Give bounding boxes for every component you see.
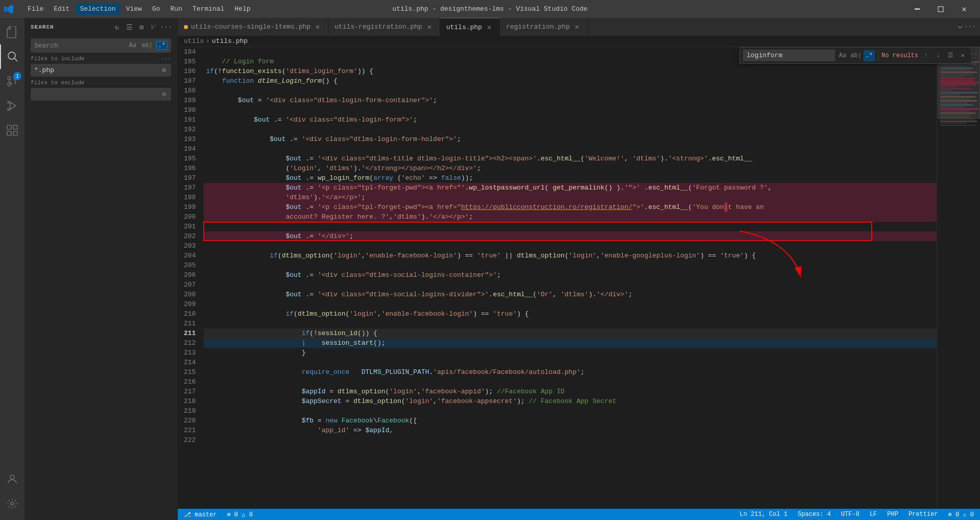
encoding[interactable]: UTF-8	[839, 511, 862, 518]
menu-view[interactable]: View	[122, 3, 146, 15]
activity-extensions[interactable]	[0, 118, 25, 143]
find-results: No results	[881, 52, 918, 59]
branch-indicator[interactable]: ⎇ master	[182, 511, 219, 518]
open-in-editor-button[interactable]: ⊞	[136, 22, 147, 32]
match-case-button[interactable]: Aa	[128, 41, 138, 50]
notifications[interactable]: ⊗ 0 ⚠ 0	[946, 511, 976, 518]
activity-run[interactable]	[0, 93, 25, 118]
window-controls: ━ ✕	[905, 0, 976, 18]
status-bar-right: Ln 211, Col 1 Spaces: 4 UTF-8 LF PHP Pre…	[737, 511, 976, 518]
window-title: utils.php - designthemes-lms - Visual St…	[392, 5, 587, 13]
language-mode[interactable]: PHP	[885, 511, 900, 518]
activity-explorer[interactable]	[0, 20, 25, 44]
tab-close-3[interactable]: ✕	[573, 23, 581, 31]
line-numbers: 184 185 186 187 188 189 190 191 192 193 …	[178, 47, 204, 509]
line-num-212: 212	[184, 338, 196, 348]
line-num-193: 193	[184, 134, 196, 144]
close-find-button[interactable]: ✕	[957, 50, 968, 61]
find-more-button[interactable]: ☰	[945, 50, 956, 61]
tab-overflow[interactable]: ···	[952, 18, 980, 36]
line-num-204: 204	[184, 251, 196, 261]
menu-go[interactable]: Go	[148, 3, 164, 15]
close-button[interactable]: ✕	[952, 0, 976, 18]
code-line-211	[204, 319, 970, 328]
refresh-button[interactable]: ↻	[112, 22, 122, 32]
tab-close-0[interactable]: ✕	[314, 23, 322, 31]
more-options[interactable]: ···	[161, 56, 171, 62]
toggle-search-details[interactable]: ⊞	[161, 66, 168, 75]
regex-find-button[interactable]: .*	[864, 50, 875, 61]
svg-marker-6	[10, 102, 16, 109]
tab-3[interactable]: registration.php ✕	[500, 18, 588, 36]
tab-close-2[interactable]: ✕	[485, 23, 493, 31]
line-num-220: 220	[184, 416, 196, 426]
tab-1[interactable]: utils-registration.php ✕	[328, 18, 440, 36]
line-endings[interactable]: LF	[868, 511, 879, 518]
more-actions-button[interactable]: ···	[161, 22, 171, 32]
activity-settings[interactable]	[0, 491, 25, 516]
code-line-221: 'app_id' => $appId,	[204, 426, 970, 435]
code-line-199: $out .= '<p class="tpl-forget-pwd"><a hr…	[204, 202, 970, 212]
tab-close-1[interactable]: ✕	[425, 23, 434, 31]
menu-selection[interactable]: Selection	[76, 3, 119, 15]
tab-modified-dot	[184, 25, 188, 29]
clear-results-button[interactable]: ☰	[124, 22, 134, 32]
match-whole-word-button[interactable]: ab|	[140, 41, 154, 50]
files-to-include-section: files to include ··· ⊞	[31, 56, 171, 77]
svg-point-1	[8, 52, 15, 59]
files-to-exclude-section: files to exclude ⚙	[31, 80, 171, 101]
code-line-211b: if(!session_id()) {	[204, 328, 970, 338]
find-previous-button[interactable]: ↑	[920, 50, 931, 61]
vscode-icon	[4, 5, 13, 14]
files-to-include-input[interactable]	[34, 66, 159, 74]
minimap-content	[937, 47, 980, 509]
breadcrumb-part-0[interactable]: utils	[184, 37, 204, 45]
search-input[interactable]	[34, 42, 126, 50]
menu-help[interactable]: Help	[230, 3, 254, 15]
code-editor[interactable]: Aa ab| .* No results ↑ ↓ ☰ ✕ 184 185 186	[178, 47, 980, 509]
menu-file[interactable]: File	[23, 3, 47, 15]
indentation[interactable]: Spaces: 4	[796, 511, 833, 518]
activity-account[interactable]	[0, 467, 25, 491]
files-to-exclude-input[interactable]	[34, 90, 159, 98]
breadcrumb-part-1[interactable]: utils.php	[212, 37, 248, 45]
match-case-find-button[interactable]: Aa	[837, 50, 848, 61]
error-warning-indicator[interactable]: ⊗ 0 △ 0	[225, 511, 254, 518]
code-line-205	[204, 261, 970, 270]
maximize-button[interactable]	[929, 0, 952, 18]
menu-edit[interactable]: Edit	[50, 3, 74, 15]
menu-run[interactable]: Run	[166, 3, 186, 15]
use-regex-button[interactable]: .*	[156, 41, 168, 50]
svg-line-2	[15, 59, 18, 62]
cursor-position[interactable]: Ln 211, Col 1	[737, 511, 790, 518]
title-bar: File Edit Selection View Go Run Terminal…	[0, 0, 980, 18]
menu-terminal[interactable]: Terminal	[188, 3, 228, 15]
tab-2[interactable]: utils.php ✕	[440, 18, 500, 36]
title-bar-left: File Edit Selection View Go Run Terminal…	[4, 3, 255, 15]
find-navigation: ↑ ↓ ☰ ✕	[920, 50, 968, 61]
line-num-184: 184	[184, 47, 196, 57]
svg-point-7	[8, 101, 10, 103]
code-line-189: $out = '<div class="dtlms-login-form-con…	[204, 96, 970, 105]
tab-0[interactable]: utils-courses-single-items.php ✕	[178, 18, 328, 36]
use-exclude-settings[interactable]: ⚙	[161, 90, 168, 99]
formatter[interactable]: Prettier	[906, 511, 940, 518]
svg-rect-9	[7, 125, 11, 129]
find-next-button[interactable]: ↓	[933, 50, 944, 61]
collapse-all-button[interactable]: ⩗	[149, 22, 159, 32]
line-num-217: 217	[184, 387, 196, 396]
minimize-button[interactable]: ━	[905, 0, 929, 18]
code-line-218: $appSecret = dtlms_option('login','faceb…	[204, 396, 970, 406]
code-line-190	[204, 105, 970, 115]
activity-source-control[interactable]: 1	[0, 69, 25, 93]
line-num-216: 216	[184, 377, 196, 387]
whole-word-find-button[interactable]: ab|	[850, 50, 862, 61]
line-num-197: 197	[184, 173, 196, 183]
svg-point-5	[8, 83, 11, 86]
code-line-194	[204, 144, 970, 154]
code-line-219	[204, 406, 970, 416]
activity-search[interactable]	[0, 44, 25, 69]
find-input[interactable]	[743, 50, 835, 61]
line-num-208: 208	[184, 290, 196, 299]
line-num-207: 207	[184, 280, 196, 290]
